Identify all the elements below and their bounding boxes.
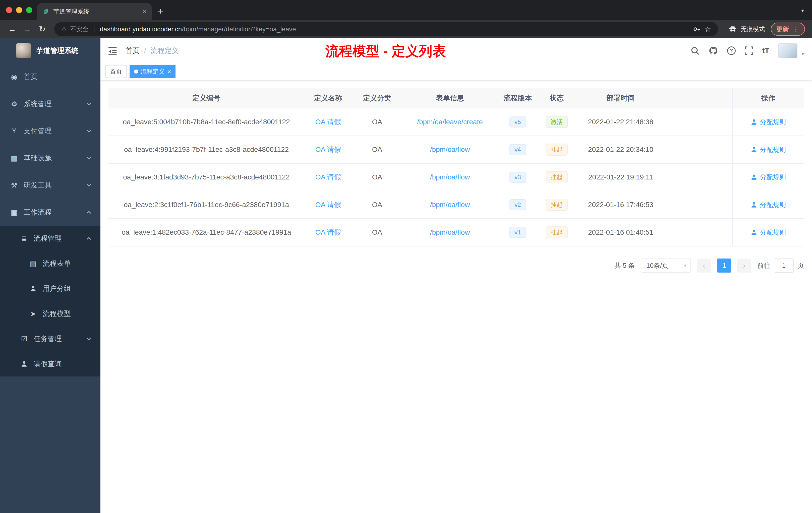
breadcrumb-separator: / (144, 47, 146, 55)
deploy-time: 2022-01-22 19:19:11 (576, 163, 666, 191)
definition-category: OA (352, 109, 402, 135)
form-icon: ▤ (29, 260, 37, 268)
avatar-caret-icon[interactable]: ▾ (802, 51, 804, 57)
page-number-button[interactable]: 1 (717, 259, 731, 273)
definition-name-link[interactable]: OA 请假 (315, 117, 341, 127)
sidebar-item-system-management[interactable]: ⚙ 系统管理 (0, 90, 100, 117)
more-menu-icon[interactable]: ⋮ (792, 25, 800, 33)
tab-close-icon[interactable]: × (143, 7, 147, 16)
definition-name-link[interactable]: OA 请假 (315, 173, 341, 182)
new-tab-button[interactable]: + (158, 6, 163, 17)
forward-button[interactable]: → (20, 25, 34, 34)
breadcrumb-home[interactable]: 首页 (125, 46, 140, 56)
minimize-window-button[interactable] (16, 7, 22, 13)
col-header-definition-name: 定义名称 (304, 88, 352, 108)
form-info-link[interactable]: /bpm/oa/flow (430, 229, 470, 236)
chevron-down-icon (87, 336, 91, 340)
form-info-link[interactable]: /bpm/oa/flow (430, 146, 470, 154)
sidebar-item-home[interactable]: ◉ 首页 (0, 63, 100, 90)
tag-label: 流程定义 (141, 67, 165, 76)
sidebar-item-leave-query[interactable]: 请假查询 (0, 351, 100, 376)
definition-name-link[interactable]: OA 请假 (315, 200, 341, 210)
tag-close-icon[interactable]: × (167, 68, 171, 75)
definition-category: OA (352, 163, 402, 191)
next-page-button[interactable]: › (737, 259, 751, 273)
page-content: 定义编号 定义名称 定义分类 表单信息 流程版本 状态 部署时间 操作 oa_l… (100, 80, 812, 513)
form-info-link[interactable]: /bpm/oa/flow (430, 201, 470, 209)
back-button[interactable]: ← (5, 25, 19, 34)
incognito-spy-icon (728, 25, 737, 34)
definition-id: oa_leave:3:1fad3d93-7b75-11ec-a3c8-acde4… (109, 163, 304, 191)
reload-button[interactable]: ↻ (35, 24, 49, 34)
form-info-link[interactable]: /bpm/oa/leave/create (417, 118, 483, 126)
sidebar-item-process-model[interactable]: ➤ 流程模型 (0, 301, 100, 326)
definition-name-link[interactable]: OA 请假 (315, 228, 341, 237)
sidebar-item-infrastructure[interactable]: ▥ 基础设施 (0, 145, 100, 172)
security-label[interactable]: 不安全 (70, 25, 88, 33)
definition-id: oa_leave:5:004b710b-7b8a-11ec-8ef0-acde4… (109, 109, 304, 135)
page-unit-label: 页 (798, 261, 804, 270)
app-navbar: 首页 / 流程定义 流程模型 - 定义列表 ? tT (100, 38, 812, 63)
tag-home[interactable]: 首页 (106, 65, 126, 78)
version-tag: v2 (510, 199, 526, 210)
assign-rule-link[interactable]: 分配规则 (751, 145, 786, 154)
assign-rule-link[interactable]: 分配规则 (751, 118, 786, 126)
url-path: /bpm/manager/definition?key=oa_leave (182, 25, 296, 33)
sidebar-item-payment-management[interactable]: ¥ 支付管理 (0, 117, 100, 145)
form-info-link[interactable]: /bpm/oa/flow (430, 173, 470, 181)
browser-tab[interactable]: 芋道管理系统 × (37, 3, 152, 20)
definition-category: OA (352, 191, 402, 218)
goto-page-input[interactable] (774, 259, 794, 273)
assign-rule-link[interactable]: 分配规则 (751, 173, 786, 182)
deploy-time: 2022-01-16 01:40:51 (576, 219, 666, 246)
chevron-down-icon (87, 101, 91, 105)
tab-search-caret-icon[interactable]: ▾ (801, 7, 804, 14)
bookmark-star-icon[interactable]: ☆ (704, 25, 711, 34)
search-icon[interactable] (691, 46, 699, 55)
password-key-icon[interactable] (693, 25, 701, 33)
yen-icon: ¥ (10, 127, 18, 135)
assign-rule-link[interactable]: 分配规则 (751, 228, 786, 237)
sidebar-item-label: 任务管理 (34, 334, 62, 343)
page-url[interactable]: dashboard.yudao.iocoder.cn/bpm/manager/d… (100, 25, 296, 33)
sidebar-collapse-icon[interactable] (109, 46, 117, 55)
status-badge: 挂起 (546, 227, 568, 238)
definition-table: 定义编号 定义名称 定义分类 表单信息 流程版本 状态 部署时间 操作 oa_l… (109, 88, 804, 246)
sidebar-item-user-group[interactable]: 用户分组 (0, 276, 100, 301)
update-button[interactable]: 更新 ⋮ (771, 23, 805, 36)
page-size-value: 10条/页 (646, 261, 681, 270)
fullscreen-icon[interactable] (745, 47, 753, 55)
sidebar-logo[interactable]: 芋道管理系统 (0, 38, 100, 63)
assign-rule-label: 分配规则 (760, 118, 786, 126)
address-bar[interactable]: ⚠ 不安全 dashboard.yudao.iocoder.cn/bpm/man… (54, 22, 718, 36)
close-window-button[interactable] (6, 7, 12, 13)
deploy-time: 2022-01-22 20:34:10 (576, 136, 666, 163)
font-size-icon[interactable]: tT (762, 47, 769, 55)
page-size-select[interactable]: 10条/页 ▾ (641, 259, 691, 273)
deploy-time: 2022-01-22 21:48:38 (576, 109, 666, 135)
sidebar-item-task-management[interactable]: ☑ 任务管理 (0, 326, 100, 351)
definition-id: oa_leave:1:482ec033-762a-11ec-8477-a2380… (109, 219, 304, 246)
sidebar-item-process-form[interactable]: ▤ 流程表单 (0, 251, 100, 276)
sidebar-item-process-management[interactable]: ≣ 流程管理 (0, 226, 100, 251)
chevron-up-icon (87, 237, 91, 241)
tab-title: 芋道管理系统 (53, 7, 139, 16)
sidebar-item-dev-tools[interactable]: ⚒ 研发工具 (0, 172, 100, 199)
github-icon[interactable] (708, 46, 718, 56)
logo-avatar (16, 43, 31, 58)
assign-rule-link[interactable]: 分配规则 (751, 201, 786, 209)
tag-process-definition[interactable]: 流程定义 × (129, 65, 175, 78)
help-icon[interactable]: ? (727, 47, 736, 55)
status-badge: 挂起 (546, 171, 568, 183)
status-badge: 挂起 (546, 144, 568, 156)
prev-page-button[interactable]: ‹ (697, 259, 711, 273)
zoom-window-button[interactable] (26, 7, 32, 13)
tag-label: 首页 (110, 67, 122, 76)
app-title: 芋道管理系统 (36, 46, 78, 56)
definition-name-link[interactable]: OA 请假 (315, 145, 341, 154)
status-badge: 挂起 (546, 199, 568, 211)
definition-category: OA (352, 219, 402, 246)
sidebar-item-workflow[interactable]: ▣ 工作流程 (0, 199, 100, 226)
definition-id: oa_leave:4:991f2193-7b7f-11ec-a3c8-acde4… (109, 136, 304, 163)
user-avatar[interactable] (778, 43, 798, 58)
